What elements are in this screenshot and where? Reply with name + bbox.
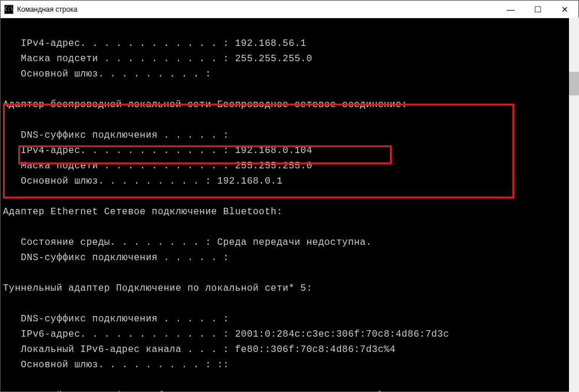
terminal-line: Адаптер беспроводной локальной сети Бесп… — [3, 99, 408, 110]
scrollbar[interactable] — [569, 18, 579, 392]
titlebar: C:\ Командная строка — ☐ ✕ — [1, 1, 578, 18]
terminal-line: DNS-суффикс подключения . . . . . : — [3, 130, 229, 141]
command-prompt-window: C:\ Командная строка — ☐ ✕ IPv4-адрес. .… — [0, 0, 579, 392]
window-title: Командная строка — [17, 5, 497, 14]
app-icon: C:\ — [4, 5, 14, 14]
terminal-output[interactable]: IPv4-адрес. . . . . . . . . . . . : 192.… — [1, 18, 578, 391]
terminal-line: Маска подсети . . . . . . . . . . : 255.… — [3, 161, 312, 171]
terminal-line: IPv4-адрес. . . . . . . . . . . . : 192.… — [3, 145, 312, 156]
terminal-line: DNS-суффикс подключения . . . . . : — [3, 314, 229, 324]
close-button[interactable]: ✕ — [551, 1, 578, 18]
terminal-line: Основной шлюз. . . . . . . . . : — [3, 69, 211, 79]
window-controls: — ☐ ✕ — [497, 1, 578, 18]
terminal-line: Туннельный адаптер Подключение по локаль… — [3, 283, 312, 294]
terminal-line: Маска подсети . . . . . . . . . . : 255.… — [3, 54, 312, 64]
terminal-line: DNS-суффикс подключения . . . . . : — [3, 253, 229, 263]
terminal-line: Состояние среды. . . . . . . . : Среда п… — [3, 237, 372, 248]
terminal-line: Локальный IPv6-адрес канала . . . : fe80… — [3, 344, 396, 355]
terminal-line: IPv4-адрес. . . . . . . . . . . . : 192.… — [3, 38, 306, 49]
minimize-button[interactable]: — — [497, 1, 524, 18]
terminal-line: Основной шлюз. . . . . . . . . : 192.168… — [3, 176, 283, 187]
terminal-line: Основной шлюз. . . . . . . . . : :: — [3, 360, 229, 370]
terminal-line: Адаптер Ethernet Сетевое подключение Blu… — [3, 207, 283, 217]
terminal-line: IPv6-адрес. . . . . . . . . . . . : 2001… — [3, 329, 449, 340]
scrollbar-thumb[interactable] — [569, 72, 579, 95]
terminal-line: Туннельный адаптер isatap.{F2C3BCD6-E029… — [3, 390, 390, 391]
maximize-button[interactable]: ☐ — [524, 1, 551, 18]
